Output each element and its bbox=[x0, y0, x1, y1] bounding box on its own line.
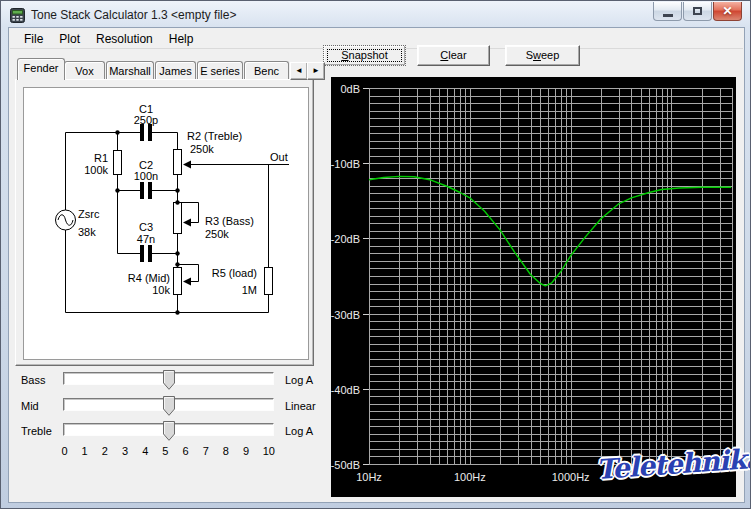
tab-scroll-left-button[interactable]: ◄ bbox=[290, 62, 308, 80]
window-title: Tone Stack Calculator 1.3 <empty file> bbox=[31, 8, 236, 22]
bass-slider-thumb[interactable] bbox=[163, 370, 175, 390]
y-tick-label: -10dB bbox=[331, 158, 360, 170]
slider-label-bass: Bass bbox=[21, 374, 45, 386]
tab-scroll-right-button[interactable]: ► bbox=[307, 62, 325, 80]
scale-number: 7 bbox=[202, 445, 209, 457]
y-tick-label: 0dB bbox=[340, 83, 360, 95]
pot-wiper-arrows bbox=[183, 161, 191, 286]
app-window: Tone Stack Calculator 1.3 <empty file> ✕… bbox=[0, 0, 751, 509]
maximize-button[interactable] bbox=[683, 2, 712, 21]
slider-row-treble: TrebleLog A bbox=[9, 423, 329, 443]
maximize-icon bbox=[693, 7, 702, 15]
scale-number: 4 bbox=[142, 445, 149, 457]
r3-name: R3 (Bass) bbox=[205, 215, 254, 227]
scale-number: 2 bbox=[101, 445, 108, 457]
zsrc-value: 38k bbox=[78, 226, 96, 238]
r4-value: 10k bbox=[152, 284, 170, 296]
snapshot-button[interactable]: Snapshot bbox=[323, 45, 406, 66]
tab-strip: FenderVoxMarshallJamesE seriesBenc bbox=[15, 58, 314, 79]
y-tick-label: -30dB bbox=[331, 309, 360, 321]
source-symbol bbox=[56, 210, 76, 230]
minimize-icon bbox=[663, 14, 673, 17]
clear-button[interactable]: Clear bbox=[417, 45, 490, 66]
menu-help[interactable]: Help bbox=[161, 30, 202, 48]
menu-file[interactable]: File bbox=[16, 30, 51, 48]
y-tick-label: -40dB bbox=[331, 384, 360, 396]
y-tick-label: -50dB bbox=[331, 459, 360, 471]
client-area: FilePlotResolutionHelp FenderVoxMarshall… bbox=[9, 28, 744, 502]
sweep-button[interactable]: Sweep bbox=[505, 45, 580, 66]
window-controls: ✕ bbox=[653, 2, 742, 21]
r4-name: R4 (Mid) bbox=[128, 272, 170, 284]
taper-label-mid: Linear bbox=[285, 400, 316, 412]
c2-value: 100n bbox=[134, 170, 158, 182]
title-bar[interactable]: Tone Stack Calculator 1.3 <empty file> ✕ bbox=[2, 2, 749, 28]
c3-value: 47n bbox=[137, 233, 155, 245]
r5-name: R5 (load) bbox=[212, 267, 257, 279]
slider-label-treble: Treble bbox=[21, 425, 52, 437]
r2-value: 250k bbox=[190, 143, 214, 155]
x-tick-label: 100Hz bbox=[454, 471, 486, 483]
mid-slider-thumb[interactable] bbox=[163, 396, 175, 416]
taper-label-bass: Log A bbox=[285, 374, 313, 386]
treble-slider[interactable] bbox=[63, 423, 274, 436]
r3-value: 250k bbox=[205, 228, 229, 240]
minimize-button[interactable] bbox=[653, 2, 682, 21]
slider-scale: 012345678910 bbox=[61, 445, 275, 457]
scale-number: 0 bbox=[61, 445, 68, 457]
scale-number: 10 bbox=[263, 445, 275, 457]
frequency-response-plot: 0dB-10dB-20dB-30dB-40dB-50dB10Hz100Hz100… bbox=[331, 77, 736, 497]
tab-benc[interactable]: Benc bbox=[244, 61, 289, 79]
circuit-labels: C1 250p R2 (Treble) 250k Out R1 100k C2 … bbox=[78, 103, 288, 296]
y-tick-label: -20dB bbox=[331, 233, 360, 245]
r1-name: R1 bbox=[94, 152, 108, 164]
scale-number: 5 bbox=[162, 445, 169, 457]
bass-slider[interactable] bbox=[63, 372, 274, 385]
zsrc-name: Zsrc bbox=[78, 208, 100, 220]
c3-name: C3 bbox=[139, 221, 153, 233]
slider-row-bass: BassLog A bbox=[9, 372, 329, 392]
taper-label-treble: Log A bbox=[285, 425, 313, 437]
left-arrow-icon: ◄ bbox=[295, 67, 303, 75]
slider-label-mid: Mid bbox=[21, 400, 39, 412]
tab-james[interactable]: James bbox=[155, 61, 196, 79]
scale-number: 3 bbox=[122, 445, 129, 457]
app-icon[interactable] bbox=[10, 8, 25, 23]
slider-row-mid: MidLinear bbox=[9, 398, 329, 418]
scale-number: 9 bbox=[243, 445, 250, 457]
r2-name: R2 (Treble) bbox=[187, 130, 242, 142]
x-tick-label: 10Hz bbox=[356, 471, 382, 483]
menu-plot[interactable]: Plot bbox=[51, 30, 88, 48]
close-icon: ✕ bbox=[722, 5, 732, 17]
out-label: Out bbox=[270, 151, 288, 163]
c1-value: 250p bbox=[134, 114, 158, 126]
close-button[interactable]: ✕ bbox=[713, 2, 742, 21]
tab-fender[interactable]: Fender bbox=[17, 58, 65, 80]
r1-value: 100k bbox=[84, 164, 108, 176]
mid-slider[interactable] bbox=[63, 398, 274, 411]
focus-rectangle bbox=[327, 49, 402, 62]
treble-slider-thumb[interactable] bbox=[163, 421, 175, 441]
right-arrow-icon: ► bbox=[312, 67, 320, 75]
scale-number: 8 bbox=[222, 445, 229, 457]
scale-number: 1 bbox=[81, 445, 88, 457]
tab-vox[interactable]: Vox bbox=[64, 61, 105, 79]
r5-value: 1M bbox=[242, 284, 257, 296]
tab-marshall[interactable]: Marshall bbox=[106, 61, 154, 79]
circuit-schematic[interactable]: C1 250p R2 (Treble) 250k Out R1 100k C2 … bbox=[23, 87, 309, 360]
scale-number: 6 bbox=[182, 445, 189, 457]
tab-e-series[interactable]: E series bbox=[197, 61, 243, 79]
x-tick-label: 1000Hz bbox=[552, 471, 590, 483]
menu-resolution[interactable]: Resolution bbox=[88, 30, 161, 48]
